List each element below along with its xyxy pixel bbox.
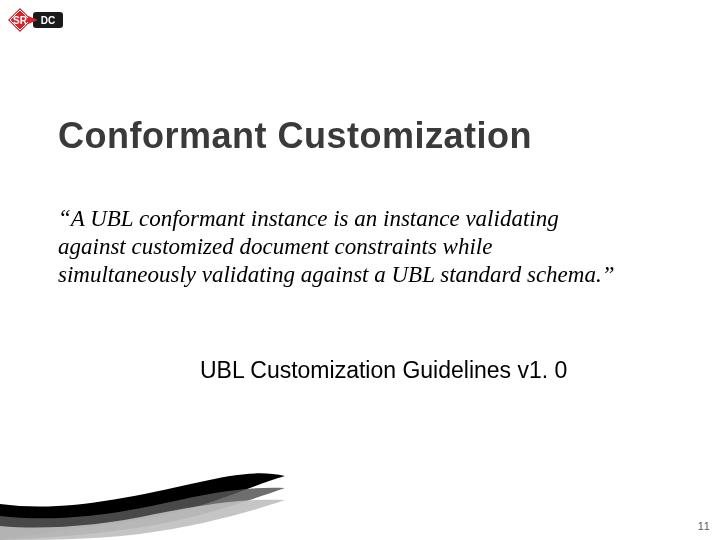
corner-swoosh — [0, 460, 285, 540]
svg-text:DC: DC — [41, 15, 55, 26]
slide-title: Conformant Customization — [58, 115, 532, 157]
page-number: 11 — [698, 520, 710, 532]
quote-attribution: UBL Customization Guidelines v1. 0 — [200, 357, 567, 384]
logo-svg: SR DC — [6, 6, 66, 40]
quote-text: “A UBL conformant instance is an instanc… — [58, 205, 618, 289]
svg-text:SR: SR — [13, 15, 28, 26]
srdc-logo: SR DC — [6, 6, 66, 40]
